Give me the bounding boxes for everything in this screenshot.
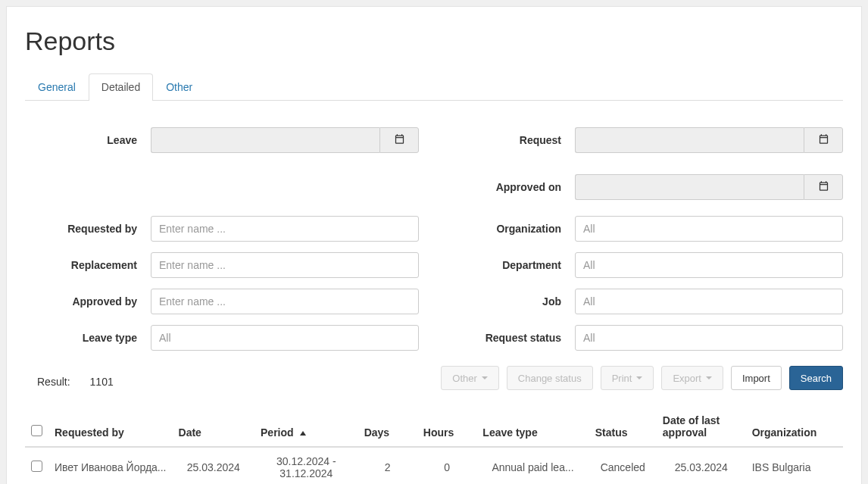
other-button-label: Other: [452, 373, 477, 384]
import-button[interactable]: Import: [731, 366, 782, 390]
request-status-label: Request status: [449, 332, 575, 344]
result-count: 1101: [90, 376, 114, 388]
chevron-down-icon: [706, 376, 712, 379]
row-checkbox[interactable]: [31, 461, 42, 472]
approved-on-daterange-input[interactable]: [575, 174, 804, 200]
th-requested-by[interactable]: Requested by: [48, 407, 173, 447]
th-date[interactable]: Date: [173, 407, 255, 447]
calendar-icon: [394, 133, 405, 147]
organization-label: Organization: [449, 223, 575, 235]
request-label: Request: [449, 134, 575, 146]
print-button-label: Print: [612, 373, 632, 384]
leave-label: Leave: [25, 134, 151, 146]
request-daterange[interactable]: [575, 127, 843, 153]
th-date-approval[interactable]: Date of last approval: [657, 407, 746, 447]
request-daterange-input[interactable]: [575, 127, 804, 153]
leave-type-label: Leave type: [25, 332, 151, 344]
cell-date-approval: 25.03.2024: [657, 447, 746, 484]
department-select[interactable]: All: [575, 252, 843, 278]
approved-on-daterange-button[interactable]: [804, 174, 843, 200]
job-label: Job: [449, 295, 575, 308]
th-hours[interactable]: Hours: [417, 407, 477, 447]
calendar-icon: [818, 180, 829, 194]
search-button[interactable]: Search: [789, 366, 843, 390]
change-status-button[interactable]: Change status: [507, 366, 593, 390]
requested-by-input[interactable]: [151, 216, 419, 242]
cell-status: Canceled: [589, 447, 657, 484]
approved-by-label: Approved by: [25, 295, 151, 308]
cell-organization: IBS Bulgaria: [746, 447, 843, 484]
tabs: General Detailed Other: [25, 73, 843, 101]
cell-period: 30.12.2024 - 31.12.2024: [254, 447, 358, 484]
th-leave-type[interactable]: Leave type: [476, 407, 589, 447]
leave-daterange-input[interactable]: [151, 127, 379, 153]
export-button-label: Export: [673, 373, 701, 384]
results-table: Requested by Date Period Days Hours Leav…: [25, 407, 843, 484]
job-select[interactable]: All: [575, 289, 843, 314]
cell-leave-type: Annual paid lea...: [476, 447, 589, 484]
approved-on-label: Approved on: [449, 181, 575, 193]
table-row[interactable]: Ивет Иванова Йорда... 25.03.2024 30.12.2…: [25, 447, 843, 484]
request-status-select[interactable]: All: [575, 325, 843, 351]
replacement-label: Replacement: [25, 259, 151, 271]
approved-by-input[interactable]: [151, 289, 419, 314]
cell-date: 25.03.2024: [173, 447, 255, 484]
tab-general[interactable]: General: [25, 73, 89, 101]
request-daterange-button[interactable]: [804, 127, 843, 153]
th-period-label: Period: [261, 426, 294, 439]
result-label: Result:: [37, 376, 70, 388]
cell-days: 2: [358, 447, 417, 484]
th-days[interactable]: Days: [358, 407, 417, 447]
chevron-down-icon: [482, 376, 488, 379]
tab-other[interactable]: Other: [153, 73, 205, 101]
th-status[interactable]: Status: [589, 407, 657, 447]
th-organization[interactable]: Organization: [746, 407, 843, 447]
leave-daterange-button[interactable]: [379, 127, 419, 153]
replacement-input[interactable]: [151, 252, 419, 278]
cell-requested-by: Ивет Иванова Йорда...: [48, 447, 173, 484]
chevron-down-icon: [636, 376, 642, 379]
th-period[interactable]: Period: [254, 407, 358, 447]
requested-by-label: Requested by: [25, 223, 151, 235]
organization-select[interactable]: All: [575, 216, 843, 242]
export-button[interactable]: Export: [661, 366, 723, 390]
department-label: Department: [449, 259, 575, 271]
leave-type-select[interactable]: All: [151, 325, 419, 351]
cell-hours: 0: [417, 447, 477, 484]
print-button[interactable]: Print: [601, 366, 654, 390]
sort-asc-icon: [300, 431, 306, 436]
tab-detailed[interactable]: Detailed: [89, 73, 153, 101]
other-button[interactable]: Other: [441, 366, 499, 390]
approved-on-daterange[interactable]: [575, 174, 843, 200]
page-title: Reports: [25, 27, 843, 56]
calendar-icon: [818, 133, 829, 147]
select-all-checkbox[interactable]: [31, 425, 42, 436]
leave-daterange[interactable]: [151, 127, 419, 153]
